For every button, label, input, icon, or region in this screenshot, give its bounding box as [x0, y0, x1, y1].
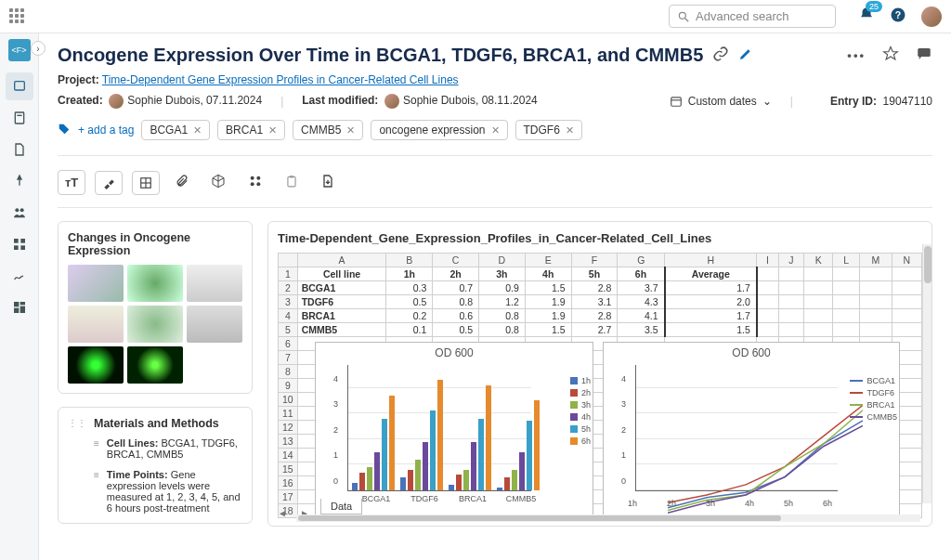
svg-point-7 — [15, 208, 19, 212]
svg-line-1 — [685, 18, 689, 21]
svg-rect-28 — [291, 176, 294, 177]
tag-chip[interactable]: TDGF6✕ — [515, 120, 582, 140]
drag-handle-icon[interactable]: ≡ — [94, 470, 99, 514]
vertical-scrollbar[interactable] — [922, 244, 931, 503]
svg-rect-27 — [288, 176, 295, 187]
chart-title: OD 600 — [316, 346, 593, 359]
close-icon[interactable]: ✕ — [566, 124, 574, 137]
entry-id-label: Entry ID: — [830, 95, 877, 108]
apps-tool[interactable] — [241, 169, 269, 196]
table-tool[interactable] — [132, 171, 160, 195]
svg-rect-11 — [14, 245, 19, 250]
panel-title: Changes in Oncogene Expression — [68, 231, 242, 257]
attachment-tool[interactable] — [169, 169, 195, 196]
tag-chip[interactable]: BCGA1✕ — [141, 120, 210, 140]
nav-file-icon[interactable] — [6, 136, 33, 163]
calendar-icon — [670, 95, 683, 108]
svg-rect-5 — [15, 112, 23, 124]
avatar[interactable] — [921, 7, 942, 27]
nav-sign-icon[interactable] — [6, 262, 33, 290]
mm-item: Time Points: Gene expression levels were… — [107, 469, 242, 514]
search-icon — [677, 10, 690, 23]
nav-grid-icon[interactable] — [6, 230, 33, 258]
text-size-tool[interactable]: тT — [58, 170, 85, 195]
sheet-tab[interactable]: Data — [320, 499, 362, 514]
svg-rect-4 — [14, 82, 24, 90]
comment-icon[interactable] — [916, 46, 932, 65]
svg-point-24 — [257, 176, 261, 180]
notification-badge: 25 — [866, 1, 882, 12]
nav-document-icon[interactable] — [6, 104, 33, 132]
cube-tool[interactable] — [204, 169, 232, 196]
avatar — [384, 94, 399, 109]
drag-handle-icon[interactable]: ⋮⋮ — [68, 418, 86, 428]
search-input[interactable]: Advanced search — [669, 5, 836, 28]
svg-rect-18 — [671, 98, 682, 106]
edit-icon[interactable] — [738, 46, 753, 64]
add-tag-button[interactable]: + add a tag — [78, 124, 134, 137]
nav-team-icon[interactable] — [6, 199, 33, 227]
tag-chip[interactable]: oncogene expression✕ — [371, 120, 507, 140]
prev-sheet-icon[interactable]: ◄ — [278, 508, 287, 518]
project-link[interactable]: Time-Dependent Gene Expression Profiles … — [102, 73, 459, 86]
svg-point-23 — [251, 176, 254, 180]
tag-icon — [58, 123, 71, 138]
expand-sidebar-button[interactable]: › — [31, 41, 46, 56]
clipboard-tool[interactable] — [279, 169, 305, 196]
nav-dashboard-icon[interactable] — [6, 293, 33, 321]
mm-item: Cell Lines: BCGA1, TDGF6, BRCA1, CMMB5 — [107, 437, 242, 460]
help-icon[interactable]: ? — [890, 7, 906, 26]
modified-by: Sophie Dubois, 08.11.2024 — [403, 94, 538, 107]
drag-handle-icon[interactable]: ≡ — [94, 438, 99, 460]
link-icon[interactable] — [712, 46, 729, 65]
svg-rect-14 — [20, 302, 24, 305]
horizontal-scrollbar[interactable] — [296, 514, 920, 522]
mm-title: Materials and Methods — [94, 417, 242, 430]
svg-text:?: ? — [895, 9, 901, 20]
close-icon[interactable]: ✕ — [193, 124, 202, 137]
svg-rect-17 — [918, 48, 931, 57]
nav-pin-icon[interactable] — [6, 167, 33, 195]
svg-rect-9 — [14, 239, 19, 243]
import-tool[interactable] — [314, 169, 342, 196]
star-icon[interactable] — [882, 46, 899, 65]
line-chart: OD 600 01234 BCGA1TDGF6BRCA1CMMB5 1h2h3h… — [603, 342, 900, 518]
close-icon[interactable]: ✕ — [346, 124, 355, 137]
svg-rect-12 — [20, 245, 25, 250]
app-logo[interactable]: <F> — [8, 39, 31, 61]
tag-chip[interactable]: BRCA1✕ — [217, 120, 285, 140]
svg-point-25 — [251, 182, 254, 186]
svg-point-26 — [257, 182, 261, 186]
svg-rect-13 — [14, 302, 19, 306]
more-icon[interactable]: ••• — [847, 48, 866, 62]
project-label: Project: — [58, 73, 99, 86]
bar-chart: OD 600 01234BCGA1TDGF6BRCA1CMMB5 1h2h3h4… — [315, 342, 593, 518]
search-placeholder: Advanced search — [696, 9, 788, 23]
avatar — [109, 94, 124, 109]
app-switcher-icon[interactable] — [9, 8, 26, 25]
svg-rect-15 — [20, 306, 24, 313]
created-label: Created: — [58, 94, 103, 107]
svg-point-8 — [20, 208, 23, 212]
chart-title: OD 600 — [604, 346, 899, 359]
highlight-tool[interactable] — [95, 171, 123, 195]
svg-rect-10 — [20, 239, 25, 243]
notifications-icon[interactable]: 25 — [858, 7, 875, 26]
custom-dates-dropdown[interactable]: Custom dates ⌄ — [670, 95, 772, 108]
dates-label: Custom dates — [688, 95, 757, 108]
svg-point-0 — [679, 12, 685, 19]
chevron-down-icon: ⌄ — [762, 95, 772, 108]
modified-label: Last modified: — [302, 94, 378, 107]
tag-chip[interactable]: CMMB5✕ — [293, 120, 363, 140]
nav-notebook-icon[interactable] — [6, 72, 33, 100]
close-icon[interactable]: ✕ — [491, 124, 500, 137]
spreadsheet-title: Time-Dependent_Gene_Expression_Profiles_… — [278, 231, 922, 245]
page-title: Oncogene Expression Over Time in BCGA1, … — [58, 45, 703, 66]
svg-rect-16 — [14, 308, 19, 313]
entry-id: 19047110 — [883, 95, 932, 108]
image-grid — [68, 265, 242, 384]
close-icon[interactable]: ✕ — [268, 124, 277, 137]
created-by: Sophie Dubois, 07.11.2024 — [127, 94, 262, 107]
